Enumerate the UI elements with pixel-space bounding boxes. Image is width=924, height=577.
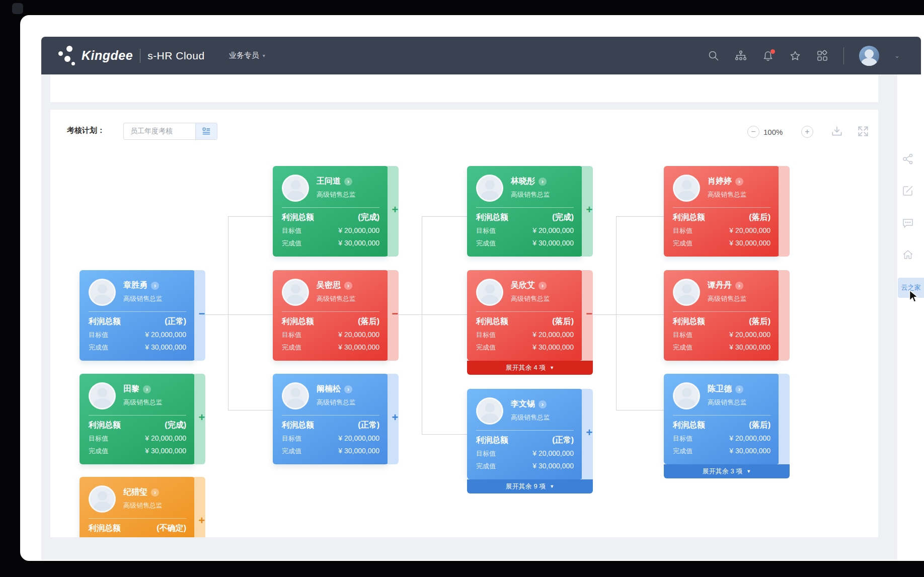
download-icon[interactable] <box>830 125 843 138</box>
expand-toggle[interactable]: + <box>390 204 401 215</box>
apps-grid-icon[interactable] <box>816 50 828 62</box>
done-label: 完成值 <box>282 447 301 456</box>
target-value: ¥ 20,000,000 <box>532 449 574 458</box>
profile-chevron-icon[interactable]: › <box>151 488 159 497</box>
metric-label: 利润总额 <box>476 435 508 446</box>
employee-card[interactable]: 章胜勇› 高级销售总监 利润总额(正常) 目标值¥ 20,000,000 完成值… <box>80 270 195 361</box>
role-dropdown[interactable]: 业务专员 ▾ <box>229 51 265 60</box>
employee-card[interactable]: 谭丹丹› 高级销售总监 利润总额(落后) 目标值¥ 20,000,000 完成值… <box>664 270 780 361</box>
profile-chevron-icon[interactable]: › <box>538 178 547 186</box>
zoom-in-button[interactable]: + <box>801 126 813 138</box>
edit-icon[interactable] <box>902 185 914 197</box>
plan-select[interactable]: 员工年度考核 <box>123 123 217 140</box>
avatar <box>89 382 116 409</box>
status-badge: (落后) <box>358 316 379 327</box>
top-navbar: Kingdee s-HR Cloud 业务专员 ▾ <box>41 37 921 74</box>
collapse-toggle[interactable]: − <box>584 308 595 319</box>
employee-card[interactable]: 王问道› 高级销售总监 利润总额(完成) 目标值¥ 20,000,000 完成值… <box>273 166 389 257</box>
card-stack-strip <box>194 477 205 537</box>
breadcrumb-bar-surface <box>50 74 878 102</box>
zoom-out-button[interactable]: − <box>747 126 759 138</box>
plan-label: 考核计划： <box>67 126 105 135</box>
employee-card[interactable]: 李文锡› 高级销售总监 利润总额(正常) 目标值¥ 20,000,000 完成值… <box>467 389 583 479</box>
profile-chevron-icon[interactable]: › <box>143 385 151 393</box>
brand-divider <box>140 49 140 63</box>
favorites-star-icon[interactable] <box>789 50 801 62</box>
profile-chevron-icon[interactable]: › <box>344 385 352 393</box>
profile-chevron-icon[interactable]: › <box>344 282 352 290</box>
employee-card[interactable]: 林晓彤› 高级销售总监 利润总额(完成) 目标值¥ 20,000,000 完成值… <box>467 166 583 257</box>
list-view-icon[interactable] <box>195 123 217 139</box>
connector-line <box>228 216 228 410</box>
profile-chevron-icon[interactable]: › <box>735 282 743 290</box>
caret-down-icon: ▼ <box>550 484 554 489</box>
org-chart-icon[interactable] <box>735 50 747 62</box>
collapse-toggle[interactable]: − <box>196 308 207 319</box>
status-badge: (落后) <box>749 420 771 431</box>
fullscreen-icon[interactable] <box>857 125 870 138</box>
profile-chevron-icon[interactable]: › <box>344 178 352 186</box>
performance-map-panel: 考核计划： 员工年度考核 − 100% + <box>50 110 878 537</box>
product-name: s-HR Cloud <box>147 50 205 62</box>
employee-title: 高级销售总监 <box>317 294 356 303</box>
done-value: ¥ 30,000,000 <box>729 239 771 248</box>
connector-line <box>201 314 273 315</box>
done-label: 完成值 <box>673 239 692 248</box>
search-icon[interactable] <box>708 50 720 62</box>
caret-down-icon: ▼ <box>746 469 751 474</box>
metric-label: 利润总额 <box>476 212 508 223</box>
connector-line <box>616 216 617 410</box>
share-icon[interactable] <box>902 153 914 165</box>
home-icon[interactable] <box>902 249 914 261</box>
employee-card[interactable]: 吴密思› 高级销售总监 利润总额(落后) 目标值¥ 20,000,000 完成值… <box>273 270 389 361</box>
employee-card[interactable]: 田黎› 高级销售总监 利润总额(完成) 目标值¥ 20,000,000 完成值¥… <box>80 374 195 464</box>
profile-chevron-icon[interactable]: › <box>151 282 159 290</box>
status-badge: (正常) <box>552 435 574 446</box>
expand-rest-button[interactable]: 展开其余 3 项▼ <box>664 464 790 478</box>
notification-bell-icon[interactable] <box>762 50 774 62</box>
target-label: 目标值 <box>89 331 108 340</box>
metric-label: 利润总额 <box>476 316 508 327</box>
done-label: 完成值 <box>476 462 496 471</box>
expand-toggle[interactable]: + <box>584 427 595 438</box>
employee-card[interactable]: 肖婷婷› 高级销售总监 利润总额(落后) 目标值¥ 20,000,000 完成值… <box>664 166 780 257</box>
done-label: 完成值 <box>476 239 496 248</box>
done-label: 完成值 <box>89 447 108 456</box>
employee-card[interactable]: 吴欣艾› 高级销售总监 利润总额(落后) 目标值¥ 20,000,000 完成值… <box>467 270 583 361</box>
connector-line <box>395 314 467 315</box>
status-badge: (落后) <box>552 316 574 327</box>
employee-name: 吴密思 <box>317 280 341 291</box>
avatar <box>476 175 503 202</box>
done-value: ¥ 30,000,000 <box>532 462 574 471</box>
avatar <box>673 382 700 409</box>
metric-label: 利润总额 <box>673 212 705 223</box>
metric-label: 利润总额 <box>282 420 314 431</box>
brand-name: Kingdee <box>82 48 133 63</box>
expand-rest-button[interactable]: 展开其余 4 项▼ <box>467 361 593 375</box>
target-label: 目标值 <box>673 434 692 443</box>
done-label: 完成值 <box>282 343 301 352</box>
collapse-toggle[interactable]: − <box>390 308 401 319</box>
done-label: 完成值 <box>89 343 108 352</box>
employee-card[interactable]: 纪猎玺› 高级销售总监 利润总额(不确定) 目标值¥ 20,000,000 完成… <box>80 477 195 537</box>
employee-card[interactable]: 陈卫德› 高级销售总监 利润总额(落后) 目标值¥ 20,000,000 完成值… <box>664 374 780 464</box>
user-menu-caret-icon[interactable]: ⌄ <box>894 52 900 59</box>
expand-toggle[interactable]: + <box>584 204 595 215</box>
target-label: 目标值 <box>476 449 496 458</box>
expand-rest-button[interactable]: 展开其余 9 项▼ <box>467 479 593 493</box>
expand-toggle[interactable]: + <box>196 412 207 423</box>
profile-chevron-icon[interactable]: › <box>735 385 743 393</box>
comment-icon[interactable] <box>902 217 914 229</box>
status-badge: (不确定) <box>157 523 186 534</box>
user-avatar[interactable] <box>859 46 879 66</box>
target-label: 目标值 <box>282 331 301 340</box>
profile-chevron-icon[interactable]: › <box>538 400 547 408</box>
profile-chevron-icon[interactable]: › <box>735 178 743 186</box>
connector-line <box>616 216 664 217</box>
role-label: 业务专员 <box>229 51 259 60</box>
profile-chevron-icon[interactable]: › <box>538 282 547 290</box>
expand-toggle[interactable]: + <box>196 515 207 526</box>
expand-toggle[interactable]: + <box>390 412 401 423</box>
employee-card[interactable]: 阚楠松› 高级销售总监 利润总额(正常) 目标值¥ 20,000,000 完成值… <box>273 374 389 464</box>
target-label: 目标值 <box>282 226 301 235</box>
